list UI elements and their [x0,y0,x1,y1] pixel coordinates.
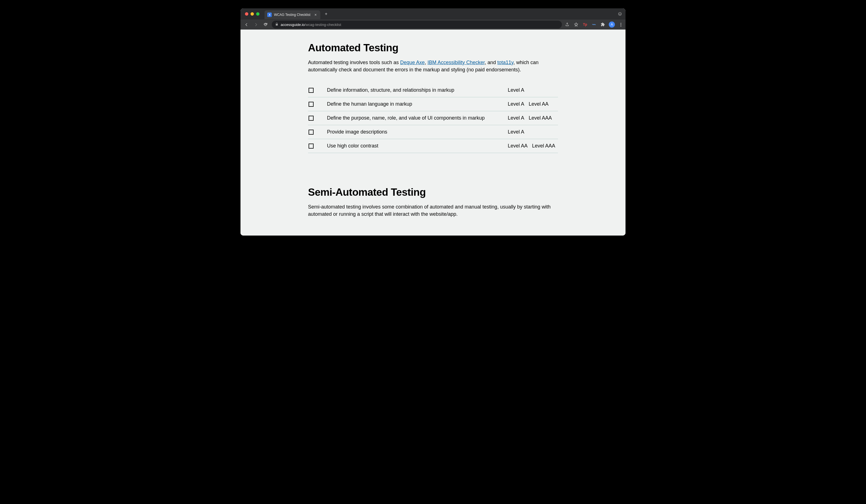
level-badge: Level AAA [529,115,552,121]
level-badge: Level A [508,115,524,121]
extensions-puzzle-icon[interactable] [600,22,606,27]
maximize-window-button[interactable] [256,12,259,15]
close-window-button[interactable] [245,12,248,15]
extension-wave-icon[interactable] [591,22,597,27]
menu-button[interactable] [618,23,624,26]
level-badges: Level A Level AAA [508,115,558,121]
checkbox[interactable] [309,144,314,149]
address-bar: accessguide.io/wcag-testing-checklist Tp… [241,20,625,30]
level-badge: Level AA [508,143,528,149]
bookmark-star-icon[interactable] [573,22,579,27]
share-icon[interactable] [564,22,570,27]
forward-button[interactable] [252,20,260,29]
url-text: accessguide.io/wcag-testing-checklist [281,23,558,27]
checklist-label: Provide image descriptions [319,129,502,135]
checklist-row: Use high color contrast Level AA Level A… [308,139,558,153]
checklist-label: Use high color contrast [319,143,502,149]
reload-button[interactable] [261,20,269,29]
checkbox[interactable] [309,116,314,121]
level-badge: Level A [508,129,524,135]
browser-tab[interactable]: ♿ WCAG Testing Checklist × [265,10,320,19]
profile-avatar[interactable]: A [609,22,615,27]
section-intro-semi: Semi-automated testing involves some com… [308,203,558,218]
tab-bar: ♿ WCAG Testing Checklist × + [241,8,625,20]
new-tab-button[interactable]: + [323,10,330,18]
extension-tp-icon[interactable]: Tp [582,22,588,27]
checkbox[interactable] [309,88,314,93]
level-badges: Level A [508,87,558,93]
link-deque-axe[interactable]: Deque Axe [400,60,425,65]
link-ibm-checker[interactable]: IBM Accessibility Checker [428,60,485,65]
level-badge: Level A [508,87,524,93]
tab-title: WCAG Testing Checklist [274,13,311,17]
checklist-label: Define the purpose, name, role, and valu… [319,115,502,121]
checklist-label: Define the human language in markup [319,101,502,107]
level-badge: Level A [508,101,524,107]
checklist-row: Provide image descriptions Level A [308,125,558,139]
checklist-row: Define the purpose, name, role, and valu… [308,111,558,125]
browser-window: ♿ WCAG Testing Checklist × + [241,8,625,236]
minimize-window-button[interactable] [251,12,254,15]
level-badges: Level AA Level AAA [508,143,558,149]
toolbar-actions: Tp A [564,22,624,27]
window-controls [245,12,259,15]
favicon-icon: ♿ [267,13,272,17]
checkbox[interactable] [309,102,314,107]
chevron-icon[interactable] [617,11,623,17]
checkbox[interactable] [309,130,314,135]
page-content: Automated Testing Automated testing invo… [241,30,625,236]
level-badge: Level AAA [532,143,555,149]
checklist-row: Define the human language in markup Leve… [308,97,558,111]
browser-chrome: ♿ WCAG Testing Checklist × + [241,8,625,30]
svg-point-0 [619,13,622,15]
section-heading-automated: Automated Testing [308,42,558,54]
level-badges: Level A Level AA [508,101,558,107]
checklist-row: Define information, structure, and relat… [308,83,558,97]
url-input[interactable]: accessguide.io/wcag-testing-checklist [272,21,562,28]
automated-checklist: Define information, structure, and relat… [308,83,558,153]
level-badge: Level AA [529,101,548,107]
checklist-label: Define information, structure, and relat… [319,87,502,93]
section-heading-semi: Semi-Automated Testing [308,186,558,198]
section-intro-automated: Automated testing involves tools such as… [308,59,558,73]
link-tota11y[interactable]: tota11y [497,60,513,65]
back-button[interactable] [242,20,251,29]
level-badges: Level A [508,129,558,135]
close-tab-button[interactable]: × [314,13,318,17]
lock-icon [275,23,278,26]
